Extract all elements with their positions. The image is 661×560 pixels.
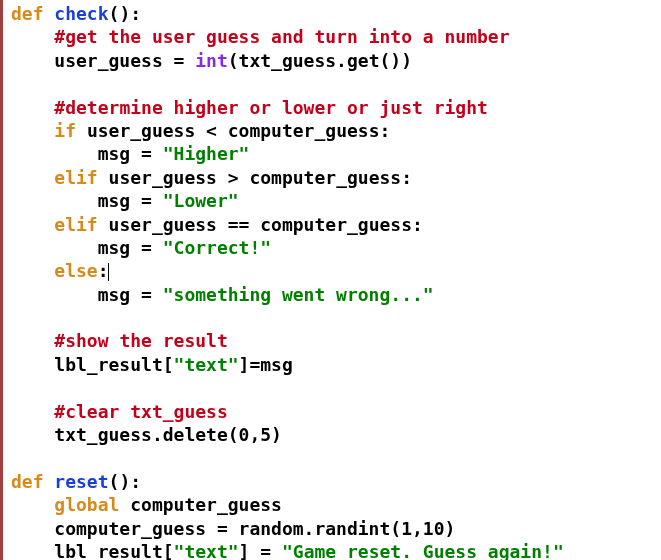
code-line: msg = [11, 237, 163, 258]
string-literal: "Lower" [163, 190, 239, 211]
code-line: txt_guess.delete(0,5) [11, 424, 282, 445]
code-line: lbl_result[ [11, 354, 174, 375]
builtin-int: int [195, 50, 228, 71]
keyword-else: else [54, 260, 97, 281]
code-line: msg = [11, 143, 163, 164]
code-line: ] = [239, 541, 282, 560]
signature: (): [109, 3, 142, 24]
code-line: user_guess == computer_guess: [98, 214, 423, 235]
comment: #get the user guess and turn into a numb… [54, 26, 509, 47]
string-literal: "Correct!" [163, 237, 271, 258]
code-line: user_guess < computer_guess: [76, 120, 390, 141]
code-line: computer_guess [119, 494, 282, 515]
keyword-def: def [11, 3, 44, 24]
keyword-elif: elif [54, 214, 97, 235]
code-line: (txt_guess.get()) [228, 50, 412, 71]
keyword-global: global [54, 494, 119, 515]
code-line: lbl_result[ [11, 541, 174, 560]
signature: (): [109, 471, 142, 492]
keyword-def: def [11, 471, 44, 492]
function-name: reset [54, 471, 108, 492]
comment: #show the result [54, 330, 227, 351]
code-content: def check(): #get the user guess and tur… [11, 2, 661, 560]
string-literal: "Higher" [163, 143, 250, 164]
code-line: msg = [11, 284, 163, 305]
string-literal: "text" [174, 354, 239, 375]
string-literal: "something went wrong..." [163, 284, 434, 305]
keyword-elif: elif [54, 167, 97, 188]
code-block: def check(): #get the user guess and tur… [0, 0, 661, 560]
code-line: user_guess = [11, 50, 195, 71]
comment: #clear txt_guess [54, 401, 227, 422]
code-line: user_guess > computer_guess: [98, 167, 412, 188]
code-line: ]=msg [239, 354, 293, 375]
comment: #determine higher or lower or just right [54, 97, 487, 118]
code-line: computer_guess = random.randint(1,10) [11, 518, 455, 539]
code-line: msg = [11, 190, 163, 211]
function-name: check [54, 3, 108, 24]
string-literal: "text" [174, 541, 239, 560]
string-literal: "Game reset. Guess again!" [282, 541, 564, 560]
keyword-if: if [54, 120, 76, 141]
text-cursor [108, 263, 109, 281]
